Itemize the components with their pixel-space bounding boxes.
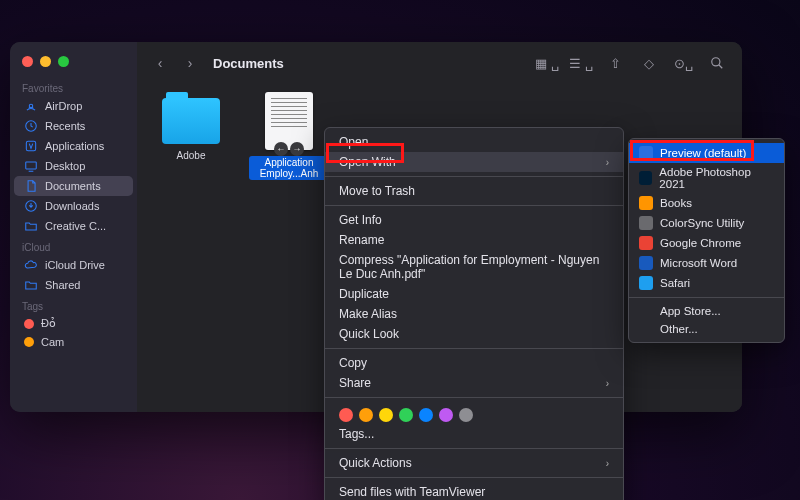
menu-item[interactable]: Send files with TeamViewer: [325, 482, 623, 500]
sidebar-item-recents[interactable]: Recents: [14, 116, 133, 136]
submenu-label: Google Chrome: [660, 237, 741, 249]
submenu-item[interactable]: ColorSync Utility: [629, 213, 784, 233]
tag-dot: [24, 319, 34, 329]
sidebar-item-label: Cam: [41, 336, 64, 348]
folder-icon: [162, 98, 220, 144]
app-icon: [639, 146, 653, 160]
submenu-item[interactable]: Google Chrome: [629, 233, 784, 253]
desktop-icon: [24, 159, 38, 173]
svg-rect-3: [26, 162, 37, 169]
chevron-right-icon: ›: [606, 157, 609, 168]
file-label: Application Employ...Anh: [249, 156, 329, 180]
window-title: Documents: [213, 56, 284, 71]
sidebar-item-label: Applications: [45, 140, 104, 152]
menu-item[interactable]: Move to Trash: [325, 181, 623, 201]
airdrop-icon: [24, 99, 38, 113]
group-icon[interactable]: ☰ ␣: [568, 52, 594, 74]
more-icon[interactable]: ⊙␣: [670, 52, 696, 74]
sidebar-item-label: iCloud Drive: [45, 259, 105, 271]
section-label: iCloud: [10, 236, 137, 255]
file-item[interactable]: ←→Application Employ...Anh: [249, 92, 329, 180]
submenu-label: Books: [660, 197, 692, 209]
sidebar-item-label: Shared: [45, 279, 80, 291]
submenu-label: Preview (default): [660, 147, 746, 159]
app-icon: [639, 236, 653, 250]
menu-item-quick-actions[interactable]: Quick Actions›: [325, 453, 623, 473]
sidebar-item-creative-c-[interactable]: Creative C...: [14, 216, 133, 236]
submenu-item[interactable]: Books: [629, 193, 784, 213]
menu-item[interactable]: Quick Look: [325, 324, 623, 344]
sidebar-item-downloads[interactable]: Downloads: [14, 196, 133, 216]
sidebar-item--[interactable]: Đỏ: [14, 314, 133, 333]
applications-icon: [24, 139, 38, 153]
back-button[interactable]: ‹: [149, 52, 171, 74]
menu-item[interactable]: Duplicate: [325, 284, 623, 304]
sidebar-item-desktop[interactable]: Desktop: [14, 156, 133, 176]
chevron-right-icon: ›: [606, 458, 609, 469]
sidebar-item-label: Documents: [45, 180, 101, 192]
app-icon: [639, 216, 653, 230]
svg-point-5: [712, 58, 720, 66]
sidebar-item-label: Recents: [45, 120, 85, 132]
tag-dot: [24, 337, 34, 347]
menu-item[interactable]: Copy: [325, 353, 623, 373]
app-icon: [639, 276, 653, 290]
context-menu: OpenOpen With›Move to TrashGet InfoRenam…: [324, 127, 624, 500]
shared-icon: [24, 278, 38, 292]
submenu-label: Adobe Photoshop 2021: [659, 166, 774, 190]
traffic-lights: [10, 52, 137, 77]
tag-color-row[interactable]: [325, 402, 623, 424]
app-icon: [639, 256, 653, 270]
sidebar-item-label: Downloads: [45, 200, 99, 212]
share-icon[interactable]: ⇧: [602, 52, 628, 74]
document-icon: ←→: [265, 92, 313, 150]
sidebar: FavoritesAirDropRecentsApplicationsDeskt…: [10, 42, 137, 412]
minimize-button[interactable]: [40, 56, 51, 67]
submenu-item[interactable]: Other...: [629, 320, 784, 338]
menu-item-open-with[interactable]: Open With›: [325, 152, 623, 172]
menu-item[interactable]: Rename: [325, 230, 623, 250]
submenu-item[interactable]: Adobe Photoshop 2021: [629, 163, 784, 193]
tag-icon[interactable]: ◇: [636, 52, 662, 74]
submenu-label: Microsoft Word: [660, 257, 737, 269]
section-label: Favorites: [10, 77, 137, 96]
recents-icon: [24, 119, 38, 133]
submenu-item[interactable]: App Store...: [629, 302, 784, 320]
submenu-label: ColorSync Utility: [660, 217, 744, 229]
sidebar-item-shared[interactable]: Shared: [14, 275, 133, 295]
close-button[interactable]: [22, 56, 33, 67]
sidebar-item-documents[interactable]: Documents: [14, 176, 133, 196]
sidebar-item-label: AirDrop: [45, 100, 82, 112]
menu-item[interactable]: Get Info: [325, 210, 623, 230]
sidebar-item-label: Đỏ: [41, 317, 56, 330]
downloads-icon: [24, 199, 38, 213]
menu-item[interactable]: Open: [325, 132, 623, 152]
file-item[interactable]: Adobe: [151, 92, 231, 161]
chevron-right-icon: ›: [606, 378, 609, 389]
toolbar: ‹ › Documents ▦ ␣ ☰ ␣ ⇧ ◇ ⊙␣: [137, 42, 742, 84]
svg-line-6: [719, 65, 723, 69]
menu-item[interactable]: Make Alias: [325, 304, 623, 324]
sidebar-item-icloud-drive[interactable]: iCloud Drive: [14, 255, 133, 275]
search-icon[interactable]: [704, 52, 730, 74]
icloud-icon: [24, 258, 38, 272]
submenu-label: Safari: [660, 277, 690, 289]
open-with-submenu: Preview (default)Adobe Photoshop 2021Boo…: [628, 138, 785, 343]
sidebar-item-applications[interactable]: Applications: [14, 136, 133, 156]
sidebar-item-airdrop[interactable]: AirDrop: [14, 96, 133, 116]
view-icons-icon[interactable]: ▦ ␣: [534, 52, 560, 74]
menu-item[interactable]: Tags...: [325, 424, 623, 444]
folder-icon: [24, 219, 38, 233]
menu-item-share[interactable]: Share›: [325, 373, 623, 393]
app-icon: [639, 196, 653, 210]
sidebar-item-cam[interactable]: Cam: [14, 333, 133, 351]
submenu-item[interactable]: Safari: [629, 273, 784, 293]
fullscreen-button[interactable]: [58, 56, 69, 67]
file-label: Adobe: [177, 150, 206, 161]
submenu-item[interactable]: Microsoft Word: [629, 253, 784, 273]
sidebar-item-label: Desktop: [45, 160, 85, 172]
menu-item[interactable]: Compress "Application for Employment - N…: [325, 250, 623, 284]
sidebar-item-label: Creative C...: [45, 220, 106, 232]
submenu-item[interactable]: Preview (default): [629, 143, 784, 163]
forward-button[interactable]: ›: [179, 52, 201, 74]
